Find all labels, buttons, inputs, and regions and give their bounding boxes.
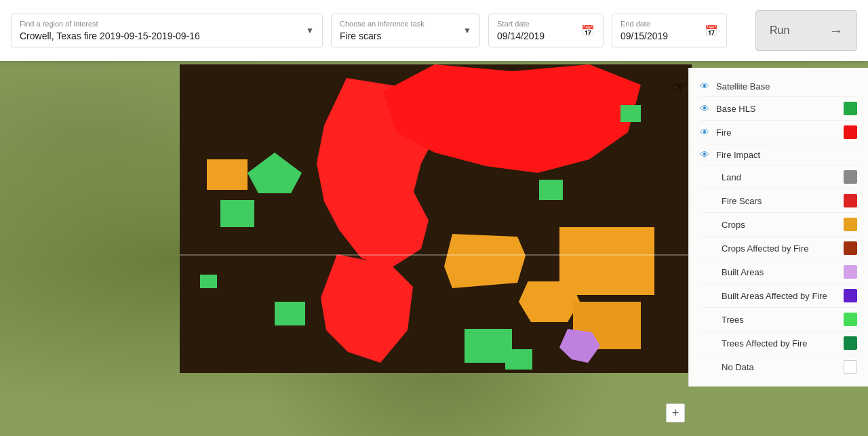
legend-color-base-hls — [844, 102, 857, 115]
zoom-controls: + — [666, 403, 685, 422]
start-date-field[interactable]: Start date 09/14/2019 📅 — [488, 14, 604, 47]
legend-label-trees-affected: Trees Affected by Fire — [722, 338, 807, 349]
legend-color-trees — [844, 313, 857, 326]
legend-label-no-data: No Data — [722, 362, 754, 372]
region-label: Find a region of interest — [20, 20, 314, 28]
legend-label-base-hls: Base HLS — [716, 104, 756, 114]
legend-label-satellite-base: Satellite Base — [716, 81, 770, 92]
legend-label-crops-affected: Crops Affected by Fire — [722, 243, 808, 254]
eye-icon-satellite-base[interactable]: 👁 — [700, 81, 709, 92]
legend-label-fire-scars: Fire Scars — [722, 196, 762, 206]
legend-item-built-areas[interactable]: Built Areas — [700, 260, 857, 284]
start-date-calendar-icon: 📅 — [581, 24, 595, 37]
green-area-5 — [275, 302, 305, 325]
legend-item-crops-affected[interactable]: Crops Affected by Fire — [700, 237, 857, 260]
region-value: Crowell, Texas fire 2019-09-15-2019-09-1… — [20, 31, 314, 41]
green-area-3 — [200, 275, 217, 288]
green-area-6 — [539, 180, 563, 200]
legend-label-fire: Fire — [716, 127, 731, 138]
crop-area-3 — [559, 227, 654, 295]
inference-dropdown-arrow: ▼ — [463, 26, 471, 35]
end-date-field[interactable]: End date 09/15/2019 📅 — [612, 14, 727, 47]
legend-color-built-areas — [844, 265, 857, 279]
green-area-8 — [620, 105, 641, 122]
legend-color-built-affected — [844, 289, 857, 302]
crop-area-1 — [444, 234, 526, 288]
legend-color-crops — [844, 218, 857, 231]
end-date-calendar-icon: 📅 — [705, 24, 718, 37]
legend-color-fire — [844, 125, 857, 139]
end-date-label: End date — [620, 20, 718, 28]
legend-item-trees[interactable]: Trees — [700, 308, 857, 332]
legend-item-trees-affected[interactable]: Trees Affected by Fire — [700, 332, 857, 355]
legend-item-no-data[interactable]: No Data — [700, 355, 857, 378]
legend-label-built-areas: Built Areas — [722, 267, 764, 277]
legend-label-land: Land — [722, 172, 741, 182]
green-area-7 — [505, 349, 532, 370]
end-date-value: 09/15/2019 — [620, 31, 718, 41]
legend-item-built-affected[interactable]: Built Areas Affected by Fire — [700, 284, 857, 308]
legend-item-fire[interactable]: 👁Fire — [700, 121, 857, 144]
green-area-2 — [220, 200, 254, 227]
fire-area-2 — [383, 64, 641, 200]
legend-item-fire-scars[interactable]: Fire Scars — [700, 189, 857, 213]
fire-area-3 — [315, 254, 424, 363]
road-line — [180, 254, 692, 256]
legend-item-land[interactable]: Land — [700, 165, 857, 189]
legend-label-crops: Crops — [722, 220, 745, 230]
region-dropdown-arrow: ▼ — [306, 26, 314, 35]
start-date-label: Start date — [497, 20, 595, 28]
legend-item-crops[interactable]: Crops — [700, 213, 857, 237]
legend-color-trees-affected — [844, 336, 857, 350]
legend-color-crops-affected — [844, 241, 857, 255]
start-date-value: 09/14/2019 — [497, 31, 595, 41]
legend-color-fire-scars — [844, 194, 857, 207]
legend-panel: 👁Satellite Base👁Base HLS👁Fire👁Fire Impac… — [688, 68, 868, 387]
legend-item-base-hls[interactable]: 👁Base HLS — [700, 97, 857, 121]
satellite-overlay — [180, 64, 692, 373]
eye-icon-fire-impact[interactable]: 👁 — [700, 149, 709, 160]
legend-label-fire-impact: Fire Impact — [716, 150, 760, 160]
zoom-in-button[interactable]: + — [666, 403, 685, 422]
legend-item-satellite-base[interactable]: 👁Satellite Base — [700, 76, 857, 97]
inference-label: Choose an inference task — [340, 20, 471, 28]
legend-color-no-data — [844, 360, 857, 374]
toolbar: Find a region of interest Crowell, Texas… — [0, 0, 868, 61]
legend-label-built-affected: Built Areas Affected by Fire — [722, 291, 827, 301]
legend-item-fire-impact[interactable]: 👁Fire Impact — [700, 144, 857, 165]
run-button-label: Run — [770, 24, 789, 37]
inference-field[interactable]: Choose an inference task Fire scars ▼ — [331, 14, 480, 47]
eye-icon-base-hls[interactable]: 👁 — [700, 103, 709, 114]
green-area-1 — [248, 153, 302, 193]
run-arrow-icon: → — [829, 23, 843, 39]
legend-color-land — [844, 170, 857, 184]
crop-area-5 — [207, 159, 248, 190]
run-button[interactable]: Run → — [755, 10, 857, 51]
region-field[interactable]: Find a region of interest Crowell, Texas… — [11, 14, 323, 47]
legend-label-trees: Trees — [722, 315, 744, 325]
eye-icon-fire[interactable]: 👁 — [700, 127, 709, 138]
inference-value: Fire scars — [340, 31, 471, 41]
